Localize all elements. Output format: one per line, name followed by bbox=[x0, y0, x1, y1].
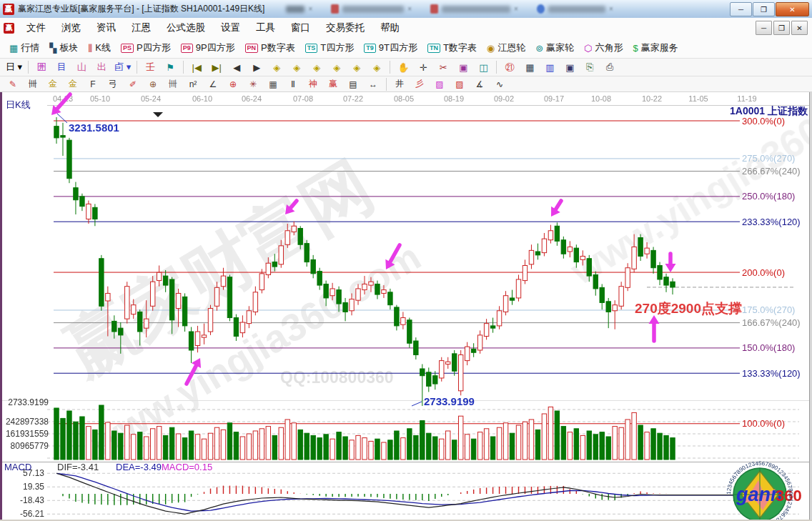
ghost-tab[interactable]: × bbox=[430, 4, 518, 14]
macd-header-value: DIF=-3.41 bbox=[57, 462, 99, 472]
gift-tool-icon[interactable]: ▣ bbox=[454, 59, 472, 75]
window-close-button[interactable]: ✕ bbox=[776, 2, 809, 16]
menu-item-公式选股[interactable]: 公式选股 bbox=[159, 19, 213, 37]
toolbar-button-P数字表[interactable]: PNP数字表 bbox=[240, 39, 300, 56]
window-maximize-button[interactable]: ❐ bbox=[753, 2, 775, 16]
menu-item-交易委托[interactable]: 交易委托 bbox=[318, 19, 372, 37]
toolbar-button-赢家轮[interactable]: ⊚赢家轮 bbox=[530, 39, 579, 56]
ghost-tab[interactable]: × bbox=[537, 4, 613, 14]
menu-item-窗口[interactable]: 窗口 bbox=[283, 19, 318, 37]
hash2-tool-icon[interactable]: 卌 bbox=[164, 77, 182, 91]
chart-small-3-tool-icon[interactable]: 山 bbox=[72, 59, 91, 75]
shaded-box-red-tool-icon[interactable]: ▨ bbox=[450, 77, 469, 91]
shaded-box-magenta-tool-icon[interactable]: ▨ bbox=[430, 77, 449, 91]
menu-item-工具[interactable]: 工具 bbox=[248, 19, 283, 37]
web-grid-tool-icon[interactable]: ▦ bbox=[264, 77, 282, 91]
calculator-tool-icon[interactable]: ▦ bbox=[520, 59, 539, 75]
starburst-tool-icon[interactable]: ✳ bbox=[244, 77, 262, 91]
mdi-minimize-button[interactable]: ─ bbox=[756, 21, 772, 35]
prev-bar-button-icon[interactable]: ◀ bbox=[227, 59, 246, 75]
navigation-toolbar: 日 ▾囲目山出卣 ▾壬⚑|◀▶|◀▶◈◈◈◈◈◈✋✛✂▣◫㉑▦▥▣⎘⎙ bbox=[0, 59, 812, 76]
pen2-tool-icon[interactable]: ✐ bbox=[124, 77, 142, 91]
cut-chart-tool-icon[interactable]: ✂ bbox=[434, 59, 452, 75]
gann-diamond-4-icon[interactable]: ◈ bbox=[327, 59, 346, 75]
toolbar-button-板块[interactable]: ▚板块 bbox=[44, 39, 83, 56]
pattern-window-tool-icon[interactable]: 囲 bbox=[32, 59, 51, 75]
hand-tool-icon[interactable]: ✋ bbox=[394, 59, 412, 75]
menu-item-帮助[interactable]: 帮助 bbox=[372, 19, 407, 37]
first-bar-button-icon[interactable]: |◀ bbox=[187, 59, 206, 75]
toolbar-button-T数字表[interactable]: TNT数字表 bbox=[422, 39, 482, 56]
toolbar-button-六角形[interactable]: ⬡六角形 bbox=[579, 39, 628, 56]
calendar-21-tool-icon[interactable]: ㉑ bbox=[500, 59, 519, 75]
toolbar-button-9P四方形[interactable]: P99P四方形 bbox=[176, 39, 240, 56]
info-panel-tool-icon[interactable]: 目 bbox=[52, 59, 71, 75]
ghost-tab[interactable]: × bbox=[286, 5, 312, 13]
toolbar-button-label: P四方形 bbox=[137, 41, 171, 54]
save-tool-icon[interactable]: ▣ bbox=[560, 59, 579, 75]
macd-header-value: MACD bbox=[4, 462, 31, 472]
toolbar-button-赢家服务[interactable]: $赢家服务 bbox=[628, 39, 683, 56]
fan-lines-tool-icon[interactable]: 彡 bbox=[410, 77, 429, 91]
shen-tool-icon[interactable]: 神 bbox=[304, 77, 322, 91]
export-chart-tool-icon[interactable]: ⎘ bbox=[580, 59, 599, 75]
ying-tool-icon[interactable]: 赢 bbox=[324, 77, 342, 91]
menu-item-江恩[interactable]: 江恩 bbox=[124, 19, 159, 37]
menubar: 赢 文件浏览资讯江恩公式选股设置工具窗口交易委托帮助 ─❐✕ bbox=[0, 18, 812, 39]
period-day-dropdown-icon[interactable]: 日 ▾ bbox=[4, 59, 24, 75]
angle-tool-icon[interactable]: ∠ bbox=[204, 77, 222, 91]
ghost-tab[interactable]: × bbox=[331, 4, 412, 14]
spiral-tool-icon[interactable]: 弓 bbox=[104, 77, 122, 91]
macd-axis-label: 19.35 bbox=[23, 482, 44, 492]
menu-item-浏览[interactable]: 浏览 bbox=[54, 19, 89, 37]
toolbar-button-K线[interactable]: ⫼K线 bbox=[83, 39, 116, 56]
menu-item-文件[interactable]: 文件 bbox=[19, 19, 54, 37]
last-bar-button-icon[interactable]: ▶| bbox=[207, 59, 226, 75]
next-bar-button-icon[interactable]: ▶ bbox=[247, 59, 266, 75]
gann-diamond-2-icon[interactable]: ◈ bbox=[287, 59, 306, 75]
ruler-grid-tool-icon[interactable]: ▤ bbox=[344, 77, 362, 91]
toolbar-button-label: T数字表 bbox=[443, 41, 477, 54]
mdi-restore-button[interactable]: ❐ bbox=[773, 21, 790, 35]
gann-diamond-3-icon[interactable]: ◈ bbox=[307, 59, 326, 75]
gate-tool-icon[interactable]: 井 bbox=[390, 77, 409, 91]
menu-item-设置[interactable]: 设置 bbox=[213, 19, 248, 37]
chart-canvas[interactable]: 赢家财富网www.yingjia360.comwww.yingjia360.co… bbox=[0, 92, 812, 521]
gann-gold-box-2-icon[interactable]: 金 bbox=[64, 77, 82, 91]
toolbar-button-行情[interactable]: ▦行情 bbox=[4, 39, 44, 56]
gann-diamond-5-icon[interactable]: ◈ bbox=[347, 59, 366, 75]
date-tick: 06-24 bbox=[242, 94, 262, 103]
pencil-tool-icon[interactable]: ✎ bbox=[4, 77, 22, 91]
toolbar-button-T四方形[interactable]: TST四方形 bbox=[300, 39, 359, 56]
print-tool-icon[interactable]: ⎙ bbox=[600, 59, 619, 75]
p9-square-icon: P9 bbox=[181, 44, 193, 53]
toolbar-button-江恩轮[interactable]: ◉江恩轮 bbox=[482, 39, 530, 56]
volume-axis-label: 242897338 bbox=[6, 417, 49, 427]
wave-check-tool-icon[interactable]: ∿ bbox=[490, 77, 509, 91]
toolbar-button-label: 赢家服务 bbox=[641, 41, 678, 54]
f-lines-tool-icon[interactable]: F bbox=[84, 77, 102, 91]
chart-small-9-tool-icon[interactable]: 出 bbox=[92, 59, 111, 75]
mdi-close-button[interactable]: ✕ bbox=[791, 21, 808, 35]
crosshair-tool-icon[interactable]: ✛ bbox=[414, 59, 432, 75]
notepad-tool-icon[interactable]: ▥ bbox=[540, 59, 559, 75]
k-prime-tool-icon[interactable]: Ⅱ bbox=[284, 77, 302, 91]
angle-fan-tool-icon[interactable]: ∡ bbox=[470, 77, 489, 91]
hash-lines-tool-icon[interactable]: 卌 bbox=[24, 77, 42, 91]
flags-tool-icon[interactable]: ⚑ bbox=[161, 59, 179, 75]
gann-diamond-6-icon[interactable]: ◈ bbox=[367, 59, 386, 75]
mask-tool-icon[interactable]: ◫ bbox=[474, 59, 492, 75]
gann-diamond-1-icon[interactable]: ◈ bbox=[267, 59, 286, 75]
gann-gold-box-1-icon[interactable]: 金 bbox=[44, 77, 62, 91]
toolbar-button-P四方形[interactable]: PSP四方形 bbox=[116, 39, 176, 56]
circle3-tool-icon[interactable]: ⊕ bbox=[144, 77, 162, 91]
width-arrows-tool-icon[interactable]: ↔ bbox=[364, 77, 382, 91]
n-square-tool-icon[interactable]: n² bbox=[184, 77, 202, 91]
menu-item-资讯[interactable]: 资讯 bbox=[89, 19, 124, 37]
candle-style-dropdown-icon[interactable]: 卣 ▾ bbox=[112, 59, 133, 75]
toolbar-button-label: P数字表 bbox=[261, 41, 295, 54]
highlight-tool-icon[interactable]: 壬 bbox=[141, 59, 159, 75]
toolbar-button-9T四方形[interactable]: T99T四方形 bbox=[359, 39, 422, 56]
window-minimize-button[interactable]: ─ bbox=[730, 2, 752, 16]
compass-circle-tool-icon[interactable]: ⊕ bbox=[224, 77, 242, 91]
